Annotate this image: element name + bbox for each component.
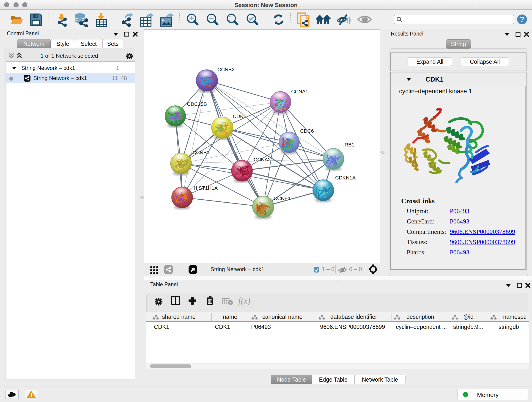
svg-text:CDC25B: CDC25B: [187, 101, 207, 107]
svg-text:CCNB2: CCNB2: [217, 67, 234, 72]
svg-text:CCNA1: CCNA1: [291, 89, 308, 95]
svg-text:RB1: RB1: [345, 142, 355, 148]
svg-text:HIST1H1A: HIST1H1A: [194, 185, 218, 191]
svg-text:CDC6: CDC6: [300, 128, 314, 134]
svg-text:CDKN1A: CDKN1A: [335, 175, 356, 181]
svg-text:CCNE1: CCNE1: [273, 196, 291, 201]
svg-text:CDK1: CDK1: [233, 114, 246, 119]
svg-text:CCNB1: CCNB1: [192, 150, 210, 155]
svg-text:CCNA2: CCNA2: [254, 157, 271, 162]
